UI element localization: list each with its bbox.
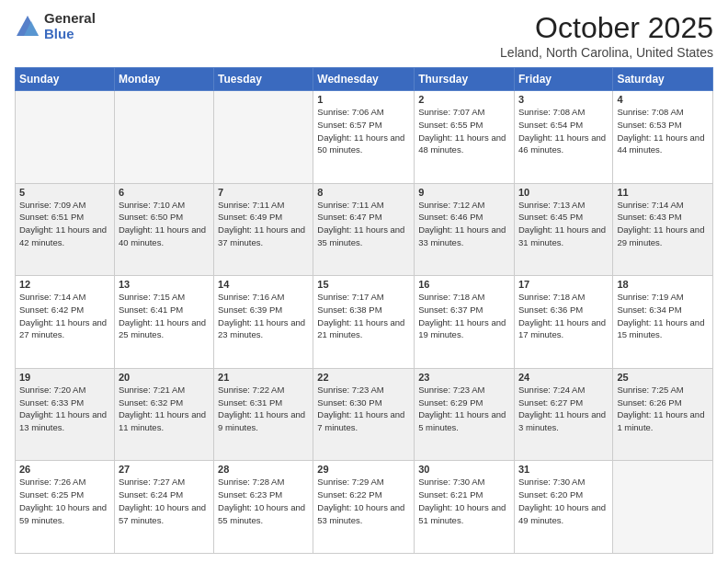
day-info: Sunrise: 7:15 AMSunset: 6:41 PMDaylight:… (119, 291, 210, 341)
calendar-cell: 7Sunrise: 7:11 AMSunset: 6:49 PMDaylight… (214, 183, 313, 276)
calendar-cell: 12Sunrise: 7:14 AMSunset: 6:42 PMDayligh… (16, 276, 115, 369)
calendar-cell: 22Sunrise: 7:23 AMSunset: 6:30 PMDayligh… (313, 368, 415, 461)
day-number: 6 (119, 187, 210, 198)
calendar-cell: 24Sunrise: 7:24 AMSunset: 6:27 PMDayligh… (514, 368, 612, 461)
logo-icon (15, 14, 40, 40)
calendar-week-row: 1Sunrise: 7:06 AMSunset: 6:57 PMDaylight… (16, 91, 713, 184)
day-info: Sunrise: 7:08 AMSunset: 6:53 PMDaylight:… (617, 106, 709, 156)
logo-blue: Blue (44, 27, 96, 42)
calendar-cell: 17Sunrise: 7:18 AMSunset: 6:36 PMDayligh… (514, 276, 612, 369)
calendar-cell: 16Sunrise: 7:18 AMSunset: 6:37 PMDayligh… (415, 276, 515, 369)
title-block: October 2025 Leland, North Carolina, Uni… (500, 11, 713, 60)
day-number: 29 (317, 464, 410, 475)
location: Leland, North Carolina, United States (500, 45, 713, 60)
day-number: 20 (119, 372, 210, 383)
calendar-cell: 1Sunrise: 7:06 AMSunset: 6:57 PMDaylight… (313, 91, 415, 184)
day-info: Sunrise: 7:29 AMSunset: 6:22 PMDaylight:… (317, 476, 410, 526)
day-info: Sunrise: 7:12 AMSunset: 6:46 PMDaylight:… (418, 199, 510, 249)
calendar-cell: 30Sunrise: 7:30 AMSunset: 6:21 PMDayligh… (415, 461, 515, 554)
col-header-monday: Monday (114, 68, 213, 91)
day-number: 18 (617, 279, 709, 290)
calendar-cell: 15Sunrise: 7:17 AMSunset: 6:38 PMDayligh… (313, 276, 415, 369)
day-info: Sunrise: 7:09 AMSunset: 6:51 PMDaylight:… (19, 199, 110, 249)
day-info: Sunrise: 7:11 AMSunset: 6:49 PMDaylight:… (218, 199, 309, 249)
day-info: Sunrise: 7:20 AMSunset: 6:33 PMDaylight:… (19, 384, 110, 434)
calendar-header-row: SundayMondayTuesdayWednesdayThursdayFrid… (16, 68, 713, 91)
day-info: Sunrise: 7:11 AMSunset: 6:47 PMDaylight:… (317, 199, 410, 249)
day-info: Sunrise: 7:28 AMSunset: 6:23 PMDaylight:… (218, 476, 309, 526)
day-info: Sunrise: 7:18 AMSunset: 6:36 PMDaylight:… (518, 291, 609, 341)
day-number: 7 (218, 187, 309, 198)
calendar-cell (16, 91, 115, 184)
day-number: 25 (617, 372, 709, 383)
calendar-cell: 2Sunrise: 7:07 AMSunset: 6:55 PMDaylight… (415, 91, 515, 184)
calendar-cell: 23Sunrise: 7:23 AMSunset: 6:29 PMDayligh… (415, 368, 515, 461)
day-info: Sunrise: 7:07 AMSunset: 6:55 PMDaylight:… (418, 106, 510, 156)
day-number: 12 (19, 279, 110, 290)
day-number: 23 (418, 372, 510, 383)
logo: General Blue (15, 11, 96, 41)
calendar-table: SundayMondayTuesdayWednesdayThursdayFrid… (15, 67, 713, 554)
col-header-tuesday: Tuesday (214, 68, 313, 91)
day-info: Sunrise: 7:18 AMSunset: 6:37 PMDaylight:… (418, 291, 510, 341)
col-header-friday: Friday (514, 68, 612, 91)
calendar-cell: 11Sunrise: 7:14 AMSunset: 6:43 PMDayligh… (613, 183, 713, 276)
page: General Blue October 2025 Leland, North … (0, 0, 728, 563)
day-number: 27 (119, 464, 210, 475)
calendar-cell: 9Sunrise: 7:12 AMSunset: 6:46 PMDaylight… (415, 183, 515, 276)
calendar-cell: 26Sunrise: 7:26 AMSunset: 6:25 PMDayligh… (16, 461, 115, 554)
day-number: 16 (418, 279, 510, 290)
col-header-wednesday: Wednesday (313, 68, 415, 91)
day-info: Sunrise: 7:23 AMSunset: 6:30 PMDaylight:… (317, 384, 410, 434)
day-number: 2 (418, 94, 510, 105)
day-number: 24 (518, 372, 609, 383)
calendar-cell (214, 91, 313, 184)
logo-text: General Blue (44, 11, 96, 41)
day-number: 13 (119, 279, 210, 290)
calendar-cell: 20Sunrise: 7:21 AMSunset: 6:32 PMDayligh… (114, 368, 213, 461)
calendar-cell: 10Sunrise: 7:13 AMSunset: 6:45 PMDayligh… (514, 183, 612, 276)
calendar-cell: 18Sunrise: 7:19 AMSunset: 6:34 PMDayligh… (613, 276, 713, 369)
day-info: Sunrise: 7:30 AMSunset: 6:21 PMDaylight:… (418, 476, 510, 526)
day-number: 3 (518, 94, 609, 105)
day-info: Sunrise: 7:27 AMSunset: 6:24 PMDaylight:… (119, 476, 210, 526)
header: General Blue October 2025 Leland, North … (15, 11, 713, 60)
calendar-cell: 13Sunrise: 7:15 AMSunset: 6:41 PMDayligh… (114, 276, 213, 369)
day-number: 10 (518, 187, 609, 198)
day-info: Sunrise: 7:13 AMSunset: 6:45 PMDaylight:… (518, 199, 609, 249)
day-number: 15 (317, 279, 410, 290)
day-info: Sunrise: 7:26 AMSunset: 6:25 PMDaylight:… (19, 476, 110, 526)
calendar-cell: 31Sunrise: 7:30 AMSunset: 6:20 PMDayligh… (514, 461, 612, 554)
day-number: 21 (218, 372, 309, 383)
calendar-week-row: 26Sunrise: 7:26 AMSunset: 6:25 PMDayligh… (16, 461, 713, 554)
calendar-cell: 29Sunrise: 7:29 AMSunset: 6:22 PMDayligh… (313, 461, 415, 554)
day-info: Sunrise: 7:14 AMSunset: 6:42 PMDaylight:… (19, 291, 110, 341)
col-header-sunday: Sunday (16, 68, 115, 91)
day-info: Sunrise: 7:10 AMSunset: 6:50 PMDaylight:… (119, 199, 210, 249)
day-info: Sunrise: 7:23 AMSunset: 6:29 PMDaylight:… (418, 384, 510, 434)
calendar-cell: 4Sunrise: 7:08 AMSunset: 6:53 PMDaylight… (613, 91, 713, 184)
day-number: 26 (19, 464, 110, 475)
calendar-cell: 28Sunrise: 7:28 AMSunset: 6:23 PMDayligh… (214, 461, 313, 554)
day-number: 9 (418, 187, 510, 198)
day-number: 14 (218, 279, 309, 290)
calendar-cell: 14Sunrise: 7:16 AMSunset: 6:39 PMDayligh… (214, 276, 313, 369)
col-header-thursday: Thursday (415, 68, 515, 91)
calendar-cell: 27Sunrise: 7:27 AMSunset: 6:24 PMDayligh… (114, 461, 213, 554)
calendar-cell (114, 91, 213, 184)
calendar-cell: 8Sunrise: 7:11 AMSunset: 6:47 PMDaylight… (313, 183, 415, 276)
day-info: Sunrise: 7:16 AMSunset: 6:39 PMDaylight:… (218, 291, 309, 341)
logo-general: General (44, 11, 96, 27)
day-number: 11 (617, 187, 709, 198)
calendar-cell: 3Sunrise: 7:08 AMSunset: 6:54 PMDaylight… (514, 91, 612, 184)
calendar-cell: 6Sunrise: 7:10 AMSunset: 6:50 PMDaylight… (114, 183, 213, 276)
calendar-cell (613, 461, 713, 554)
day-info: Sunrise: 7:06 AMSunset: 6:57 PMDaylight:… (317, 106, 410, 156)
day-number: 5 (19, 187, 110, 198)
col-header-saturday: Saturday (613, 68, 713, 91)
day-number: 4 (617, 94, 709, 105)
day-number: 19 (19, 372, 110, 383)
day-number: 22 (317, 372, 410, 383)
day-info: Sunrise: 7:17 AMSunset: 6:38 PMDaylight:… (317, 291, 410, 341)
calendar-week-row: 19Sunrise: 7:20 AMSunset: 6:33 PMDayligh… (16, 368, 713, 461)
